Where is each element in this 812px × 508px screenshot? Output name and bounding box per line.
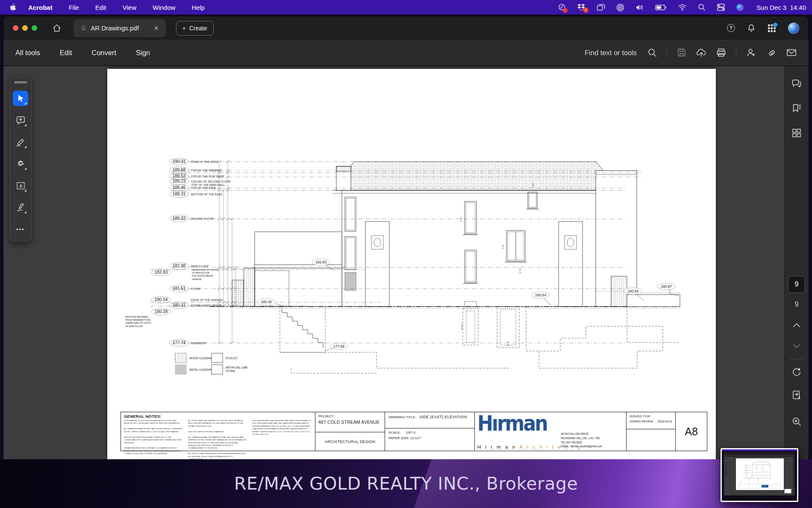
zoom-window-button[interactable] xyxy=(32,25,37,31)
quick-tools-panel: A ••• xyxy=(9,77,32,242)
user-avatar[interactable] xyxy=(788,23,799,34)
svg-text:ARTIFICIAL LIME: ARTIFICIAL LIME xyxy=(226,366,248,369)
menu-items: Acrobat File Edit View Window Help xyxy=(28,4,205,11)
siri-icon[interactable] xyxy=(736,4,744,11)
mini-hirman-logo xyxy=(762,485,768,487)
panel-drag-handle[interactable] xyxy=(14,81,27,83)
email-icon[interactable] xyxy=(786,48,797,57)
issued-date: 2023-04-02 xyxy=(657,420,672,423)
sign-menu[interactable]: Sign xyxy=(136,49,150,57)
find-text-label[interactable]: Find text or tools xyxy=(585,49,637,57)
print-icon[interactable] xyxy=(716,48,726,57)
svg-text:180.31: 180.31 xyxy=(173,303,186,307)
svg-text:182.98: 182.98 xyxy=(173,263,186,268)
house-geometry xyxy=(210,162,680,348)
apple-menu-icon[interactable] xyxy=(6,3,21,12)
previous-page-chevron-icon[interactable] xyxy=(792,322,801,328)
fill-sign-tool[interactable] xyxy=(13,200,28,215)
svg-text:5'-0": 5'-0" xyxy=(461,324,463,329)
svg-text:SECOND FLOOR: SECOND FLOOR xyxy=(191,217,214,220)
menu-file[interactable]: File xyxy=(69,4,79,11)
total-pages-label: 9 xyxy=(795,301,799,308)
svg-text:MID POINT BETWEEN: MID POINT BETWEEN xyxy=(125,316,148,318)
comments-panel-icon[interactable] xyxy=(791,78,802,89)
next-page-chevron-icon[interactable] xyxy=(792,343,801,349)
page-thumbnails-icon[interactable] xyxy=(791,128,802,138)
macos-menu-bar: Acrobat File Edit View Window Help 7 xyxy=(0,0,812,15)
close-window-button[interactable] xyxy=(13,25,18,31)
window-titlebar: ☆ AR Drawings.pdf ✕ + Create ? xyxy=(3,16,809,40)
favorite-star-icon[interactable]: ☆ xyxy=(80,24,87,32)
home-icon[interactable] xyxy=(52,24,62,33)
volume-icon[interactable] xyxy=(635,4,644,11)
highlight-tool[interactable] xyxy=(13,134,28,150)
material-legend: WOOD CLADDINGSTUCCOMETAL CLADDINGARTIFIC… xyxy=(175,353,248,374)
edit-menu[interactable]: Edit xyxy=(60,49,72,57)
draw-lasso-tool[interactable] xyxy=(13,156,28,171)
rotate-page-icon[interactable] xyxy=(791,366,802,378)
svg-text:MAIN FLOOR: MAIN FLOOR xyxy=(191,265,209,268)
mini-menu-bar xyxy=(722,449,797,451)
save-icon[interactable] xyxy=(677,48,686,57)
share-link-icon[interactable] xyxy=(766,48,777,57)
svg-text:190.31: 190.31 xyxy=(173,159,186,164)
project-cell: PROJECT: 487 COLD STREAM AVENUE ARCHITEC… xyxy=(315,412,385,451)
document-tab[interactable]: ☆ AR Drawings.pdf ✕ xyxy=(74,19,166,37)
battery-icon[interactable] xyxy=(655,5,667,10)
project-label: PROJECT: xyxy=(318,414,382,418)
svg-text:WOOD CLADDING: WOOD CLADDING xyxy=(189,357,213,360)
metal-panel xyxy=(345,272,356,290)
svg-text:METAL CLADDING: METAL CLADDING xyxy=(189,368,213,371)
export-page-icon[interactable] xyxy=(791,390,802,401)
close-tab-icon[interactable]: ✕ xyxy=(154,25,159,32)
bookmarks-panel-icon[interactable] xyxy=(791,103,802,113)
toolbar-divider xyxy=(736,47,736,58)
foundation-dashed xyxy=(280,307,680,373)
menu-acrobat[interactable]: Acrobat xyxy=(28,4,53,11)
minimize-window-button[interactable] xyxy=(22,25,28,31)
drawing-title-label: DRAWING TITLE: xyxy=(388,415,416,419)
notifications-bell-icon[interactable] xyxy=(747,24,756,32)
pdf-page[interactable]: 190.31PEAK OF THE ROOF189.68TOP OF THE P… xyxy=(107,69,716,503)
select-text-box-tool[interactable]: A xyxy=(13,178,28,193)
svg-text:180.87: 180.87 xyxy=(661,284,672,289)
dropbox-icon[interactable]: 7 xyxy=(577,3,585,11)
airplay-icon[interactable] xyxy=(616,3,624,12)
svg-text:180.54: 180.54 xyxy=(155,297,168,302)
acrobat-window: ☆ AR Drawings.pdf ✕ + Create ? All tools… xyxy=(3,16,809,508)
dropbox-badge: 7 xyxy=(583,7,588,13)
control-center-icon[interactable] xyxy=(717,3,725,11)
screen-recording-thumbnail[interactable] xyxy=(721,448,798,502)
add-comment-tool[interactable] xyxy=(13,112,28,128)
mini-right-rail xyxy=(793,457,795,495)
more-tools-button[interactable]: ••• xyxy=(13,222,28,237)
request-signatures-icon[interactable] xyxy=(746,48,756,57)
all-tools-menu[interactable]: All tools xyxy=(15,49,40,57)
search-icon[interactable] xyxy=(647,48,657,57)
menu-edit[interactable]: Edit xyxy=(95,4,106,11)
acrobat-toolbar: All tools Edit Convert Sign Find text or… xyxy=(3,40,809,66)
menu-view[interactable]: View xyxy=(123,4,136,11)
dimension-strings xyxy=(218,160,237,344)
issued-cell: ISSUED FOR ZONING REVIEW 2023-04-02 xyxy=(626,412,675,451)
menu-help[interactable]: Help xyxy=(191,4,205,11)
zoom-in-icon[interactable] xyxy=(791,416,802,427)
select-tool[interactable] xyxy=(13,91,28,106)
stage-manager-icon[interactable] xyxy=(597,4,605,11)
mini-nested-thumbnail xyxy=(784,489,791,493)
wifi-icon[interactable] xyxy=(678,4,687,11)
firm-wordmark: H i r m a n A r c h i t e c t s xyxy=(477,444,561,449)
app-switcher-grid-icon[interactable] xyxy=(768,24,776,32)
svg-text:TOP OF THE PARAPET: TOP OF THE PARAPET xyxy=(191,169,222,172)
menu-bar-clock[interactable]: Sun Dec 3 14:40 xyxy=(756,4,806,11)
cloud-upload-icon[interactable] xyxy=(696,48,706,57)
toolbar-divider xyxy=(667,47,667,58)
status-app-icon[interactable] xyxy=(558,3,566,12)
convert-menu[interactable]: Convert xyxy=(91,49,116,57)
plus-icon: + xyxy=(182,25,186,32)
menu-window[interactable]: Window xyxy=(153,4,175,11)
spotlight-icon[interactable] xyxy=(698,3,706,11)
create-button[interactable]: + Create xyxy=(176,21,214,35)
current-page-input[interactable] xyxy=(788,276,805,293)
help-icon[interactable]: ? xyxy=(727,24,735,32)
